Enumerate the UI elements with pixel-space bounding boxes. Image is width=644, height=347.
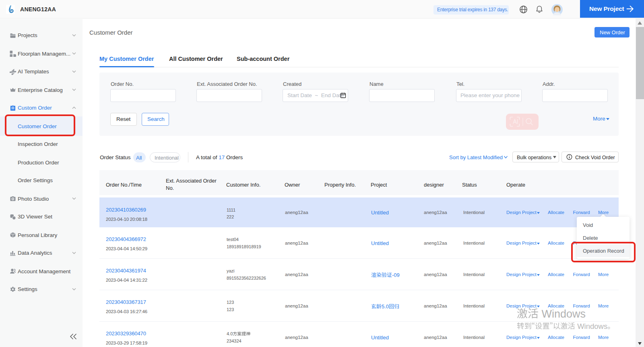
svg-text:5.0: 5.0 (382, 303, 389, 310)
svg-text:Windows: Windows (575, 322, 607, 330)
svg-text:-09: -09 (392, 272, 400, 278)
svg-text:Windows: Windows (539, 308, 586, 320)
svg-text:4.0: 4.0 (227, 331, 233, 336)
